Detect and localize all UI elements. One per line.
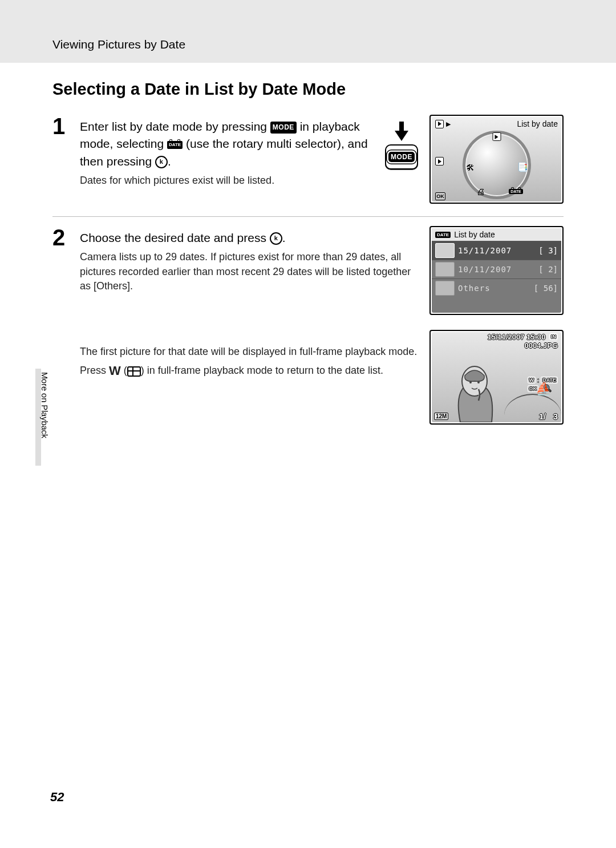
play-arrow-small-icon: ▶ — [446, 120, 451, 128]
step2-sub1: Camera lists up to 29 dates. If pictures… — [80, 250, 422, 293]
step2-diagrams: DATE List by date 15/11/2007 [ 3] 10/11/… — [429, 226, 564, 425]
step2-sub2: The first picture for that date will be … — [80, 345, 422, 359]
step1-subtext: Dates for which pictures exist will be l… — [80, 173, 374, 188]
hill-illustration — [504, 394, 561, 422]
breadcrumb: Viewing Pictures by Date — [52, 38, 185, 51]
mode-icon: MODE — [270, 122, 297, 134]
page-content: Selecting a Date in List by Date Mode 1 … — [0, 63, 616, 425]
mode-button-box: MODE — [385, 144, 418, 169]
page-header-bar: Viewing Pictures by Date — [0, 0, 616, 63]
menu-icon: 📑 — [517, 161, 529, 173]
step-number-2: 2 — [52, 226, 80, 249]
playback-info: 15/11/2007 15:30 IN 0004.JPG — [487, 333, 558, 350]
w-button-label: W — [109, 364, 121, 378]
ok-icon: k — [155, 156, 168, 168]
thumb-icon — [435, 281, 455, 296]
date-row-2-count: [ 56] — [534, 284, 558, 293]
playback-left-icon — [435, 157, 444, 165]
step-1: 1 Enter list by date mode by pressing MO… — [52, 115, 564, 212]
lcd1-title: List by date — [517, 119, 558, 128]
step1-lead-a: Enter list by date mode by pressing — [80, 120, 270, 133]
step-number-1: 1 — [52, 115, 80, 138]
step-2: 2 Choose the desired date and press k. C… — [52, 226, 564, 425]
person-illustration — [437, 354, 512, 422]
playback-screen: 15/11/2007 15:30 IN 0004.JPG W:DATE OK:🔍… — [429, 330, 564, 425]
date-row-1-count: [ 2] — [538, 265, 558, 274]
in-badge: IN — [549, 333, 558, 340]
date-icon: DATE — [167, 141, 183, 149]
print-icon: 🖨 — [475, 185, 487, 197]
step-divider — [52, 216, 564, 217]
thumb-icon — [435, 243, 455, 258]
ok-bottom-icon: OK — [435, 192, 445, 200]
list-by-date-screen: DATE List by date 15/11/2007 [ 3] 10/11/… — [429, 226, 564, 315]
step2-lead-b: . — [282, 231, 286, 244]
playback-datetime: 15/11/2007 15:30 — [487, 333, 545, 341]
thumbnail-icon — [127, 366, 141, 377]
date-row-selected: 15/11/2007 [ 3] — [432, 241, 561, 260]
thumb-icon — [435, 262, 455, 277]
ok-icon-2: k — [270, 232, 282, 245]
svg-point-2 — [477, 381, 480, 383]
playback-icon — [435, 120, 444, 128]
playback-filename: 0004.JPG — [524, 341, 558, 350]
step2-lead-a: Choose the desired date and press — [80, 231, 270, 244]
step2-sub3: Press W () in full-frame playback mode t… — [80, 362, 422, 380]
rotary-play-icon — [492, 132, 501, 141]
mode-button-label: MODE — [388, 152, 415, 162]
date-row-0-count: [ 3] — [538, 246, 558, 255]
page-title: Selecting a Date in List by Date Mode — [52, 80, 564, 99]
step2-text: Choose the desired date and press k. Cam… — [80, 226, 422, 380]
rotary-date-icon: DATE — [510, 185, 522, 197]
date-row-1-date: 10/11/2007 — [458, 265, 512, 274]
date-row-0-date: 15/11/2007 — [458, 246, 512, 255]
date-row: 10/11/2007 [ 2] — [432, 260, 561, 278]
step1-lcd-diagram: ▶ List by date OK 🛠 📑 🖨 DATE — [429, 115, 564, 204]
date-header-icon: DATE — [435, 232, 451, 238]
boat-icon: ⛵ — [536, 381, 551, 396]
mode-button-diagram: MODE — [382, 115, 422, 169]
svg-point-1 — [469, 381, 472, 383]
date-row-2-date: Others — [458, 284, 491, 293]
lcd2-title: List by date — [454, 230, 495, 239]
step1-lead-d: . — [168, 155, 171, 168]
side-section-label: More on Playback — [40, 372, 49, 438]
date-row: Others [ 56] — [432, 278, 561, 297]
wrench-icon: 🛠 — [464, 161, 477, 173]
step1-text: Enter list by date mode by pressing MODE… — [80, 115, 374, 188]
page-number: 52 — [50, 790, 64, 805]
rotary-selector: 🛠 📑 🖨 DATE — [463, 131, 531, 199]
arrow-down-icon — [395, 131, 408, 141]
